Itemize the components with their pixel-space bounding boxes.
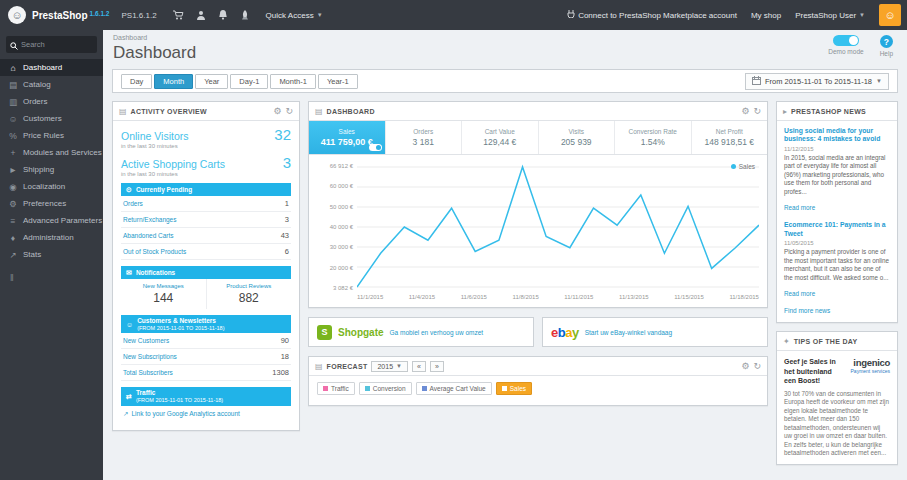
sidebar-item-shipping[interactable]: ►Shipping — [0, 161, 103, 178]
range-month-1-button[interactable]: Month-1 — [270, 74, 316, 89]
sidebar-item-stats[interactable]: ↗Stats — [0, 246, 103, 263]
range-year-button[interactable]: Year — [195, 74, 228, 89]
collapse-sidebar-icon[interactable]: ‖ — [10, 273, 103, 283]
google-analytics-link[interactable]: ↗ Link to your Google Analytics account — [121, 406, 291, 422]
shopgate-logo-text: Shopgate — [338, 327, 384, 338]
news-article-date: 11/05/2015 — [784, 240, 890, 246]
tips-body-text: 30 tot 70% van de consumenten in Europa … — [784, 390, 890, 458]
user-menu[interactable]: PrestaShop User▼ — [795, 11, 865, 20]
sidebar-item-orders[interactable]: ▥Orders — [0, 93, 103, 110]
rocket-icon[interactable] — [240, 10, 250, 20]
news-panel-title: PrestaShop News — [791, 108, 891, 115]
breadcrumb[interactable]: Dashboard — [113, 34, 891, 41]
forecast-legend-traffic[interactable]: Traffic — [317, 382, 355, 395]
news-panel-icon: ▸ — [783, 107, 787, 116]
product-reviews-cell: Product Reviews 882 — [207, 279, 292, 309]
new-messages-cell: New Messages 144 — [121, 279, 207, 309]
sidebar-item-catalog[interactable]: ▤Catalog — [0, 76, 103, 93]
chevron-down-icon: ▼ — [876, 78, 882, 84]
shopgate-link[interactable]: Ga mobiel en verhoog uw omzet — [390, 329, 484, 336]
kpi-conversion-rate[interactable]: Conversion Rate 1.54% — [615, 121, 692, 154]
traffic-header: ⇄ Traffic(FROM 2015-11-01 TO 2015-11-18) — [121, 387, 291, 405]
sidebar-item-customers[interactable]: ☺Customers — [0, 110, 103, 127]
sidebar: ⌂Dashboard ▤Catalog ▥Orders ☺Customers %… — [0, 30, 103, 480]
kpi-strip: Sales 411 759,00 € Orders 3 181 Cart Val… — [309, 121, 767, 155]
my-shop-link[interactable]: My shop — [751, 11, 781, 20]
active-carts-label[interactable]: Active Shopping Carts — [121, 158, 225, 170]
refresh-icon[interactable]: ↻ — [285, 106, 293, 116]
chevron-down-icon: ▼ — [859, 12, 865, 18]
bell-icon[interactable] — [218, 10, 228, 20]
demo-mode-toggle[interactable] — [833, 35, 859, 46]
total-subscribers-row: Total Subscribers1308 — [121, 365, 291, 381]
shopgate-logo-icon: S — [317, 325, 332, 340]
quick-access-menu[interactable]: Quick Access▼ — [266, 11, 323, 20]
kpi-sales[interactable]: Sales 411 759,00 € — [309, 121, 386, 154]
sidebar-item-administration[interactable]: ♦Administration — [0, 229, 103, 246]
sidebar-item-modules[interactable]: +Modules and Services — [0, 144, 103, 161]
chevron-down-icon: ▼ — [396, 363, 402, 369]
tips-of-the-day-panel: ✦ Tips of the day Geef je Sales in het b… — [776, 331, 898, 464]
sales-legend-dot — [731, 164, 736, 169]
forecast-prev-button[interactable]: « — [412, 361, 426, 372]
prestashop-logo-icon: ☺ — [8, 6, 26, 24]
kpi-visits[interactable]: Visits 205 939 — [539, 121, 616, 154]
ingenico-logo: ingenico Payment services — [851, 357, 890, 384]
news-article-title[interactable]: Ecommerce 101: Payments in a Tweet — [784, 221, 890, 238]
user-avatar[interactable]: ☺ — [879, 4, 901, 26]
sidebar-item-price-rules[interactable]: %Price Rules — [0, 127, 103, 144]
brand-name: PrestaShop1.6.1.2 — [32, 10, 109, 21]
main-content: Dashboard Dashboard Demo mode ? Help Day… — [103, 30, 907, 480]
sidebar-item-dashboard[interactable]: ⌂Dashboard — [0, 59, 103, 76]
forecast-next-button[interactable]: » — [430, 361, 444, 372]
forecast-legend: Traffic Conversion Average Cart Value Sa… — [309, 376, 767, 405]
sidebar-item-preferences[interactable]: ⚙Preferences — [0, 195, 103, 212]
sidebar-item-advanced-parameters[interactable]: ≡Advanced Parameters — [0, 212, 103, 229]
tips-panel-icon: ✦ — [783, 337, 790, 346]
help-icon[interactable]: ? — [880, 35, 893, 48]
online-visitors-label[interactable]: Online Visitors — [121, 130, 189, 142]
kpi-net-profit[interactable]: Net Profit 148 918,51 € — [692, 121, 768, 154]
forecast-legend-average-cart-value[interactable]: Average Cart Value — [416, 382, 492, 395]
forecast-legend-conversion[interactable]: Conversion — [359, 382, 412, 395]
news-article-title[interactable]: Using social media for your business: 4 … — [784, 127, 890, 144]
sales-curve-toggle[interactable] — [369, 144, 382, 151]
refresh-icon[interactable]: ↻ — [753, 361, 761, 371]
ebay-logo: ebay — [551, 325, 579, 340]
gear-icon[interactable]: ⚙ — [741, 106, 749, 116]
range-month-button[interactable]: Month — [154, 74, 193, 89]
marketplace-connect-link[interactable]: Connect to PrestaShop Marketplace accoun… — [567, 10, 737, 20]
link-icon: ↗ — [123, 410, 128, 418]
cart-icon[interactable] — [173, 10, 184, 20]
date-range-picker[interactable]: From 2015-11-01 To 2015-11-18 ▼ — [745, 73, 889, 90]
pending-row-orders: Orders1 — [121, 196, 291, 212]
active-carts-value: 3 — [283, 154, 291, 171]
kpi-orders[interactable]: Orders 3 181 — [386, 121, 463, 154]
range-year-1-button[interactable]: Year-1 — [318, 74, 358, 89]
forecast-legend-swatch-0 — [323, 386, 328, 391]
gear-icon[interactable]: ⚙ — [741, 361, 749, 371]
calendar-icon — [752, 76, 761, 87]
demo-mode-label: Demo mode — [828, 48, 863, 55]
pending-row-abandoned-carts: Abandoned Carts43 — [121, 228, 291, 244]
customer-icon[interactable] — [196, 10, 206, 20]
range-day-button[interactable]: Day — [121, 74, 152, 89]
read-more-link[interactable]: Read more — [784, 290, 815, 297]
customers-icon: ☺ — [8, 114, 18, 124]
chart-legend[interactable]: Sales — [731, 163, 755, 170]
chevron-down-icon: ▼ — [317, 12, 323, 18]
news-article: Using social media for your business: 4 … — [784, 127, 890, 214]
read-more-link[interactable]: Read more — [784, 204, 815, 211]
range-day-1-button[interactable]: Day-1 — [230, 74, 268, 89]
kpi-cart-value[interactable]: Cart Value 129,44 € — [462, 121, 539, 154]
chart-plot-area: Sales — [357, 163, 759, 291]
forecast-year-select[interactable]: 2015▼ — [371, 361, 408, 372]
date-filter-bar: Day Month Year Day-1 Month-1 Year-1 From… — [112, 69, 898, 93]
gear-icon[interactable]: ⚙ — [273, 106, 281, 116]
sidebar-item-localization[interactable]: ◉Localization — [0, 178, 103, 195]
find-more-news-link[interactable]: Find more news — [784, 307, 890, 314]
ebay-link[interactable]: Start uw eBay-winkel vandaag — [585, 329, 672, 336]
refresh-icon[interactable]: ↻ — [753, 106, 761, 116]
search-input[interactable] — [21, 40, 93, 49]
forecast-legend-sales[interactable]: Sales — [496, 382, 532, 395]
